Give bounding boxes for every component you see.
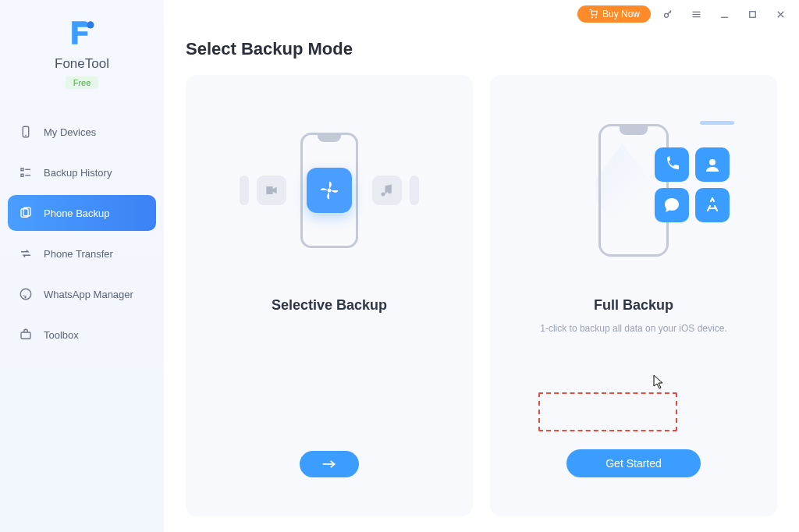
fan-tile-icon [307, 168, 352, 213]
sidebar-item-label: WhatsApp Manager [44, 289, 133, 300]
cart-icon [588, 9, 598, 20]
buy-now-label: Buy Now [602, 9, 640, 20]
sidebar-item-whatsapp-manager[interactable]: WhatsApp Manager [8, 276, 156, 312]
backup-mode-cards: Selective Backup [186, 75, 777, 516]
selective-start-button[interactable] [300, 451, 359, 477]
selective-backup-card[interactable]: Selective Backup [186, 75, 473, 516]
backup-icon [19, 206, 33, 220]
svg-rect-5 [749, 11, 755, 17]
sidebar-item-label: Toolbox [44, 329, 79, 341]
svg-point-21 [709, 159, 716, 165]
svg-point-22 [712, 197, 713, 199]
phone-icon [19, 125, 33, 139]
close-button[interactable] [769, 3, 791, 25]
call-app-icon [655, 147, 689, 182]
sidebar-item-backup-history[interactable]: Backup History [8, 154, 156, 190]
list-icon [19, 165, 33, 179]
music-tile-icon [372, 176, 402, 205]
selective-card-title: Selective Backup [272, 297, 387, 314]
app-logo-icon [65, 16, 99, 50]
tile-fragment-right [410, 176, 419, 205]
sidebar-item-toolbox[interactable]: Toolbox [8, 317, 156, 353]
phone-outline-icon [300, 133, 358, 248]
minimize-button[interactable] [713, 3, 735, 25]
full-card-title: Full Backup [594, 297, 673, 314]
sidebar-item-label: Phone Backup [44, 207, 110, 219]
svg-point-0 [664, 13, 668, 17]
sidebar-item-label: Phone Transfer [44, 248, 113, 260]
full-get-started-button[interactable]: Get Started [566, 449, 701, 477]
svg-rect-18 [21, 332, 30, 339]
sidebar: FoneTool Free My Devices Backup History [0, 0, 164, 532]
messages-app-icon [655, 188, 689, 222]
contacts-app-icon [695, 147, 730, 182]
sidebar-item-label: Backup History [44, 167, 112, 179]
get-started-label: Get Started [605, 457, 662, 470]
menu-icon[interactable] [685, 3, 707, 25]
sidebar-item-label: My Devices [44, 126, 96, 138]
chat-icon [19, 287, 33, 301]
app-name: FoneTool [55, 56, 109, 72]
svg-point-19 [328, 188, 332, 192]
app-window: Buy Now FoneTool Free [0, 0, 799, 532]
tile-fragment-left [240, 176, 249, 205]
selective-illustration [201, 106, 457, 274]
free-badge: Free [66, 76, 99, 89]
sidebar-item-phone-transfer[interactable]: Phone Transfer [8, 236, 156, 271]
key-icon[interactable] [657, 3, 679, 25]
full-card-subtitle: 1-click to backup all data on your iOS d… [540, 323, 726, 334]
titlebar: Buy Now [570, 0, 799, 28]
arrow-right-icon [321, 459, 337, 470]
tease-bar-icon [700, 121, 734, 125]
svg-rect-11 [21, 168, 23, 171]
svg-rect-12 [21, 174, 23, 176]
toolbox-icon [19, 328, 33, 342]
transfer-icon [19, 246, 33, 261]
sidebar-nav: My Devices Backup History Phone Backup P… [0, 114, 164, 357]
sidebar-item-phone-backup[interactable]: Phone Backup [8, 195, 156, 231]
full-backup-card[interactable]: Full Backup 1-click to backup all data o… [490, 75, 777, 516]
sidebar-item-my-devices[interactable]: My Devices [8, 114, 156, 150]
appstore-app-icon [695, 188, 730, 222]
full-illustration [506, 106, 762, 274]
logo-section: FoneTool Free [55, 16, 109, 89]
svg-point-8 [87, 21, 94, 28]
page-title: Select Backup Mode [186, 39, 777, 59]
buy-now-button[interactable]: Buy Now [577, 5, 651, 23]
maximize-button[interactable] [741, 3, 763, 25]
main-content: Select Backup Mode [164, 0, 799, 532]
video-tile-icon [257, 176, 286, 205]
